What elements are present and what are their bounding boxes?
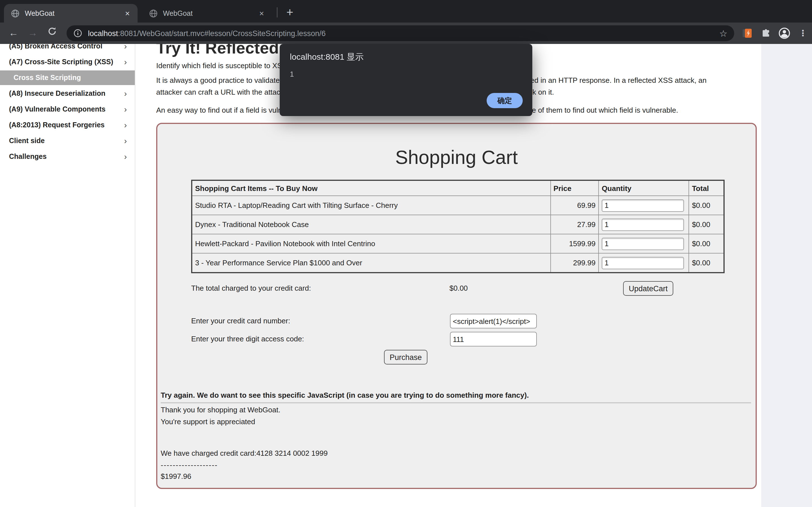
item-name: 3 - Year Performance Service Plan $1000 … <box>192 253 550 273</box>
tab-divider <box>277 7 277 17</box>
bookmark-star-icon[interactable]: ☆ <box>719 28 727 39</box>
sidebar-item-vulnerable-components[interactable]: (A9) Vulnerable Components › <box>0 101 135 117</box>
column-header-total: Total <box>689 180 724 196</box>
table-row: Studio RTA - Laptop/Reading Cart with Ti… <box>192 196 724 215</box>
table-header-row: Shopping Cart Items -- To Buy Now Price … <box>192 180 724 196</box>
lesson-paragraph: Identify which field is susceptible to X… <box>156 61 289 70</box>
attack-exercise-box: Shopping Cart Shopping Cart Items -- To … <box>156 123 757 489</box>
globe-favicon-icon <box>11 9 20 18</box>
quantity-cell <box>599 234 689 253</box>
tab-close-icon[interactable]: ✕ <box>122 8 133 18</box>
back-button[interactable]: ← <box>7 26 20 40</box>
update-cart-button[interactable]: UpdateCart <box>623 281 673 296</box>
credit-card-input[interactable] <box>450 314 537 328</box>
column-header-quantity: Quantity <box>599 180 689 196</box>
table-row: Hewlett-Packard - Pavilion Notebook with… <box>192 234 724 253</box>
sidebar-item-broken-access-control[interactable]: (A5) Broken Access Control › <box>0 44 135 54</box>
item-total: $0.00 <box>689 234 724 253</box>
tab-title: WebGoat <box>25 9 122 17</box>
item-price: 1599.99 <box>550 234 599 253</box>
feedback-try-again: Try again. We do want to see this specif… <box>161 391 529 399</box>
url-path: :8081/WebGoat/start.mvc#lesson/CrossSite… <box>118 29 326 38</box>
url-text: localhost:8081/WebGoat/start.mvc#lesson/… <box>88 29 719 38</box>
chevron-right-icon: › <box>124 136 127 145</box>
sidebar-item-client-side[interactable]: Client side › <box>0 133 135 149</box>
feedback-divider <box>161 402 751 403</box>
credit-card-label: Enter your credit card number: <box>191 317 290 325</box>
feedback-support: You're support is appreciated <box>161 417 255 426</box>
profile-avatar-icon[interactable] <box>777 26 791 40</box>
quantity-input[interactable] <box>602 199 684 212</box>
sidebar-item-cross-site-scripting-xss[interactable]: (A7) Cross-Site Scripting (XSS) › <box>0 54 135 70</box>
shopping-cart-title: Shopping Cart <box>157 147 756 168</box>
tab-webgoat-1[interactable]: WebGoat ✕ <box>4 4 138 22</box>
browser-toolbar: ← → localhost:8081/WebGoat/start.mvc#les… <box>0 22 812 44</box>
column-header-price: Price <box>550 180 599 196</box>
address-bar[interactable]: localhost:8081/WebGoat/start.mvc#lesson/… <box>66 25 734 41</box>
chevron-right-icon: › <box>124 89 127 98</box>
table-row: Dynex - Traditional Notebook Case 27.99 … <box>192 215 724 234</box>
page-background-strip <box>761 44 812 507</box>
item-name: Studio RTA - Laptop/Reading Cart with Ti… <box>192 196 550 215</box>
column-header-items: Shopping Cart Items -- To Buy Now <box>192 180 550 196</box>
chevron-right-icon: › <box>124 57 127 66</box>
tab-close-icon[interactable]: ✕ <box>257 8 267 18</box>
item-total: $0.00 <box>689 196 724 215</box>
item-total: $0.00 <box>689 253 724 273</box>
reload-button[interactable] <box>45 26 59 40</box>
javascript-alert-dialog: localhost:8081 显示 1 确定 <box>280 44 532 116</box>
shopping-cart-table: Shopping Cart Items -- To Buy Now Price … <box>191 180 725 273</box>
item-price: 27.99 <box>550 215 599 234</box>
url-host: localhost <box>88 29 118 38</box>
quantity-input[interactable] <box>602 237 684 250</box>
item-price: 299.99 <box>550 253 599 273</box>
sidebar-item-insecure-deserialization[interactable]: (A8) Insecure Deserialization › <box>0 86 135 101</box>
purchase-button[interactable]: Purchase <box>384 350 427 364</box>
tab-webgoat-2[interactable]: WebGoat ✕ <box>142 4 272 22</box>
sidebar-item-challenges[interactable]: Challenges › <box>0 149 135 165</box>
access-code-label: Enter your three digit access code: <box>191 335 304 343</box>
quantity-cell <box>599 196 689 215</box>
tab-strip: WebGoat ✕ WebGoat ✕ + <box>0 0 812 22</box>
globe-favicon-icon <box>149 9 158 18</box>
sidebar-item-cross-site-scripting-selected[interactable]: Cross Site Scripting <box>0 70 135 85</box>
access-code-input[interactable] <box>450 332 537 346</box>
feedback-amount: $1997.96 <box>161 472 191 481</box>
total-charged-label: The total charged to your credit card: <box>191 284 311 292</box>
chevron-right-icon: › <box>124 120 127 129</box>
quantity-cell <box>599 215 689 234</box>
new-tab-button[interactable]: + <box>282 4 298 21</box>
item-name: Hewlett-Packard - Pavilion Notebook with… <box>192 234 550 253</box>
forward-button[interactable]: → <box>26 26 40 40</box>
lesson-sidebar: (A5) Broken Access Control › (A7) Cross-… <box>0 44 135 507</box>
chevron-right-icon: › <box>124 104 127 114</box>
sidebar-item-request-forgeries[interactable]: (A8:2013) Request Forgeries › <box>0 117 135 133</box>
sidebar-list: (A5) Broken Access Control › (A7) Cross-… <box>0 44 135 165</box>
total-charged-value: $0.00 <box>449 284 468 292</box>
tab-title: WebGoat <box>163 9 257 17</box>
table-row: 3 - Year Performance Service Plan $1000 … <box>192 253 724 273</box>
proxy-extension-icon[interactable] <box>741 26 754 40</box>
browser-window: WebGoat ✕ WebGoat ✕ + ← → localhost:8081… <box>0 0 812 507</box>
chevron-right-icon: › <box>124 152 127 161</box>
item-total: $0.00 <box>689 215 724 234</box>
alert-ok-button[interactable]: 确定 <box>487 93 523 108</box>
menu-dots-icon[interactable]: ⋮ <box>796 26 810 40</box>
alert-dialog-title: localhost:8081 显示 <box>290 52 364 62</box>
site-info-icon[interactable] <box>73 29 82 38</box>
item-price: 69.99 <box>550 196 599 215</box>
quantity-input[interactable] <box>602 218 684 231</box>
extensions-puzzle-icon[interactable] <box>759 26 772 40</box>
item-name: Dynex - Traditional Notebook Case <box>192 215 550 234</box>
alert-dialog-message: 1 <box>290 70 294 78</box>
feedback-charged-card: We have charged credit card:4128 3214 00… <box>161 449 327 457</box>
feedback-thanks: Thank you for shopping at WebGoat. <box>161 406 280 414</box>
quantity-input[interactable] <box>602 257 684 269</box>
chevron-right-icon: › <box>124 44 127 51</box>
quantity-cell <box>599 253 689 273</box>
feedback-separator: ------------------- <box>161 461 218 469</box>
